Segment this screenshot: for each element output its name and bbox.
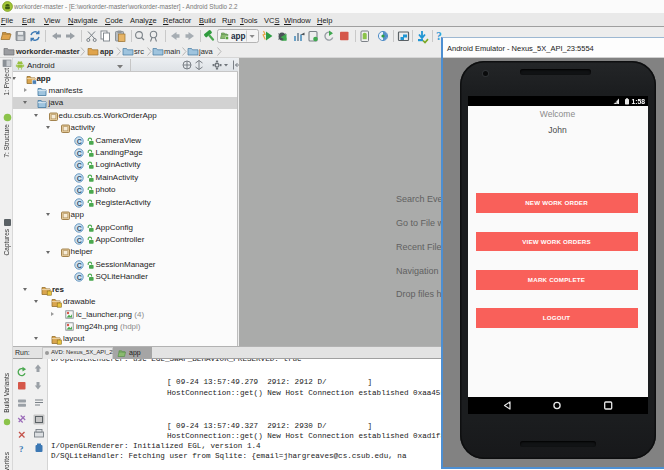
svg-text:C: C (77, 137, 82, 144)
svg-text:C: C (77, 199, 82, 206)
svg-text:app: app (231, 32, 246, 41)
svg-text:1:58: 1:58 (631, 98, 645, 105)
svg-text:C: C (77, 187, 82, 194)
svg-text:C: C (77, 261, 82, 268)
svg-text:C: C (77, 274, 82, 281)
svg-text:C: C (77, 174, 82, 181)
svg-text:C: C (77, 162, 82, 169)
svg-text:C: C (77, 237, 82, 244)
svg-text:C: C (77, 150, 82, 157)
svg-text:C: C (77, 224, 82, 231)
svg-text:?: ? (19, 444, 24, 454)
